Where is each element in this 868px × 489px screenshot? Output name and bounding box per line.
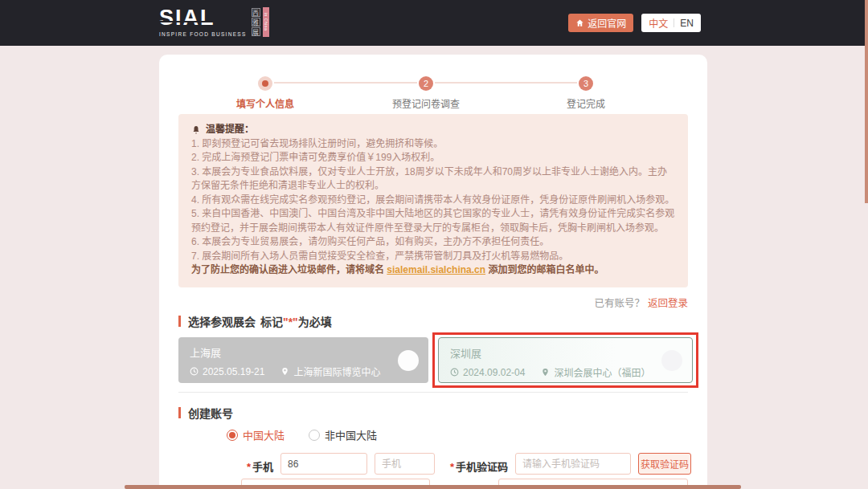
back-to-official-site-button[interactable]: 返回官网 <box>568 14 633 32</box>
logo-cn-char: 展 <box>252 27 260 36</box>
logo-cn-char: 西 <box>252 8 260 17</box>
horizontal-scrollbar-thumb[interactable] <box>125 485 741 489</box>
step-3-label: 登记完成 <box>567 96 605 110</box>
header: SIAL INSPIRE FOOD BUSINESS 西 雅 展 in Chin… <box>0 0 868 46</box>
section-select-title: 选择参观展会 <box>188 313 256 329</box>
exhibition-card-shanghai[interactable]: 上海展 2025.05.19-21 上海新国际博览中心 <box>178 337 428 383</box>
sial-logo[interactable]: SIAL INSPIRE FOOD BUSINESS 西 雅 展 in Chin… <box>159 7 269 37</box>
clock-icon <box>450 368 459 377</box>
section-divider <box>178 392 688 393</box>
screen: SIAL INSPIRE FOOD BUSINESS 西 雅 展 in Chin… <box>0 0 868 489</box>
exhibition-card-shenzhen[interactable]: 深圳展 2024.09.02-04 深圳会展中心（福田） <box>438 337 693 383</box>
step-2-number-circle: 2 <box>419 76 433 91</box>
step-questionnaire: 2 预登记问卷调查 <box>392 75 460 110</box>
notice-footer-prefix: 为了防止您的确认函进入垃圾邮件，请将域名 <box>191 264 387 275</box>
exhibition-date-item: 2024.09.02-04 <box>450 367 525 378</box>
region-radio-group: 中国大陆 非中国大陆 <box>227 427 377 442</box>
notice-line: 6. 本展会为专业贸易展会，请勿购买任何产品，如有购买，主办方不承担任何责任。 <box>191 235 675 250</box>
phone-number-input[interactable] <box>375 453 435 475</box>
exhibition-venue-item: 上海新国际博览中心 <box>280 365 380 378</box>
have-account-text: 已有账号？ <box>594 298 645 309</box>
exhibition-venue: 深圳会展中心（福田） <box>554 365 650 379</box>
step-fill-personal-info: 填写个人信息 <box>236 75 294 110</box>
notice-title-row: 温馨提醒： <box>191 123 675 137</box>
bell-icon <box>191 125 201 135</box>
required-star: * <box>247 461 251 473</box>
exhibition-radio-shanghai[interactable] <box>398 350 419 371</box>
notice-line: 3. 本展会为专业食品饮料展，仅对专业人士开放，18周岁以下未成年人和70周岁以… <box>191 165 675 194</box>
notice-line: 4. 所有观众需在线完成实名参观预约登记，展会期间请携带本人有效身份证原件，凭身… <box>191 194 675 208</box>
notice-footer-suffix: 添加到您的邮箱白名单中。 <box>485 264 604 275</box>
notice-box: 温馨提醒： 1. 即刻预登记可省去现场排队注册时间，避免拥挤和等候。 2. 完成… <box>178 114 688 287</box>
notice-line: 5. 来自中国香港、中国澳门、中国台湾及非中国大陆地区的其它国家的专业人士，请凭… <box>191 207 675 235</box>
mark-suffix: 为必填 <box>298 316 332 328</box>
notice-title: 温馨提醒： <box>206 123 254 137</box>
back-to-login-link[interactable]: 返回登录 <box>648 298 688 309</box>
step-3-number-circle: 3 <box>579 76 593 91</box>
section-select-exhibition: 选择参观展会 标记"*"为必填 <box>178 313 332 329</box>
radio-non-mainland-china[interactable]: 非中国大陆 <box>309 427 377 442</box>
back-button-label: 返回官网 <box>588 16 626 30</box>
registration-card: 填写个人信息 2 预登记问卷调查 3 登记完成 温馨提醒： 1. 即刻预登记可省… <box>159 55 707 489</box>
logo-tagline: INSPIRE FOOD BUSINESS <box>159 31 247 37</box>
step-1-inner-dot <box>262 80 268 87</box>
get-sms-code-button[interactable]: 获取验证码 <box>638 453 691 475</box>
exhibition-meta: 2025.05.19-21 上海新国际博览中心 <box>190 365 417 378</box>
step-1-label: 填写个人信息 <box>236 96 294 110</box>
sms-code-input[interactable] <box>515 453 631 475</box>
notice-line: 7. 展会期间所有入场人员需自觉接受安全检查，严禁携带管制刀具及打火机等易燃物品… <box>191 250 675 264</box>
clock-icon <box>190 367 199 376</box>
lang-option-en[interactable]: EN <box>680 18 694 29</box>
exhibition-venue-item: 深圳会展中心（福田） <box>541 365 650 379</box>
phone-label-text: 手机 <box>252 461 273 473</box>
country-code-input[interactable] <box>280 453 367 475</box>
lang-option-zh[interactable]: 中文 <box>649 16 668 30</box>
logo-cn-characters: 西 雅 展 <box>252 8 260 36</box>
exhibition-date: 2024.09.02-04 <box>463 367 525 378</box>
notice-footer: 为了防止您的确认函进入垃圾邮件，请将域名 sialemail.sialchina… <box>191 263 675 278</box>
sms-code-label: *手机验证码 <box>440 458 508 474</box>
exhibition-radio-shenzhen[interactable] <box>661 350 682 371</box>
required-mark-note: 标记"*"为必填 <box>260 313 332 329</box>
login-hint: 已有账号？返回登录 <box>594 295 688 310</box>
stepper: 填写个人信息 2 预登记问卷调查 3 登记完成 <box>159 75 707 117</box>
header-actions: 返回官网 中文 EN <box>568 14 701 32</box>
radio-mainland-label: 中国大陆 <box>243 427 285 442</box>
mark-star: "*" <box>283 316 298 328</box>
mark-prefix: 标记 <box>260 316 283 328</box>
exhibition-date-item: 2025.05.19-21 <box>190 366 264 377</box>
exhibition-meta: 2024.09.02-04 深圳会展中心（福田） <box>450 365 681 379</box>
required-star: * <box>450 461 454 473</box>
section-accent-bar <box>178 407 181 418</box>
exhibition-date: 2025.05.19-21 <box>203 366 264 377</box>
lang-divider <box>674 18 674 27</box>
location-pin-icon <box>541 368 550 377</box>
notice-line: 1. 即刻预登记可省去现场排队注册时间，避免拥挤和等候。 <box>191 137 675 152</box>
exhibition-venue: 上海新国际博览中心 <box>293 365 380 378</box>
radio-selected-icon <box>227 430 238 441</box>
logo-in-china-strip: in China <box>263 7 269 37</box>
notice-line: 2. 完成上海预登记门票申请可免费享价值￥199入场权利。 <box>191 151 675 165</box>
radio-mainland-china[interactable]: 中国大陆 <box>227 427 285 442</box>
section-account-title: 创建账号 <box>188 405 233 421</box>
step-1-active-dot <box>258 76 272 91</box>
logo-brand: SIAL <box>159 7 215 29</box>
vertical-scrollbar-thumb[interactable] <box>865 0 868 203</box>
step-complete: 3 登记完成 <box>567 75 605 110</box>
step-2-label: 预登记问卷调查 <box>392 96 460 110</box>
logo-cn-char: 雅 <box>252 18 260 26</box>
phone-form-row: *手机 *手机验证码 获取验证码 <box>159 453 707 475</box>
phone-label: *手机 <box>243 458 273 474</box>
exhibition-name: 深圳展 <box>450 345 681 361</box>
location-pin-icon <box>280 367 289 376</box>
logo-text: SIAL INSPIRE FOOD BUSINESS <box>159 7 247 37</box>
whitelist-domain-link[interactable]: sialemail.sialchina.cn <box>387 264 485 275</box>
section-accent-bar <box>178 316 181 327</box>
radio-non-mainland-label: 非中国大陆 <box>325 427 377 442</box>
home-icon <box>575 18 584 27</box>
exhibition-name: 上海展 <box>190 344 417 360</box>
sms-label-text: 手机验证码 <box>456 461 508 473</box>
section-create-account: 创建账号 <box>178 405 233 421</box>
radio-unselected-icon <box>309 430 320 441</box>
language-switcher: 中文 EN <box>641 14 701 32</box>
